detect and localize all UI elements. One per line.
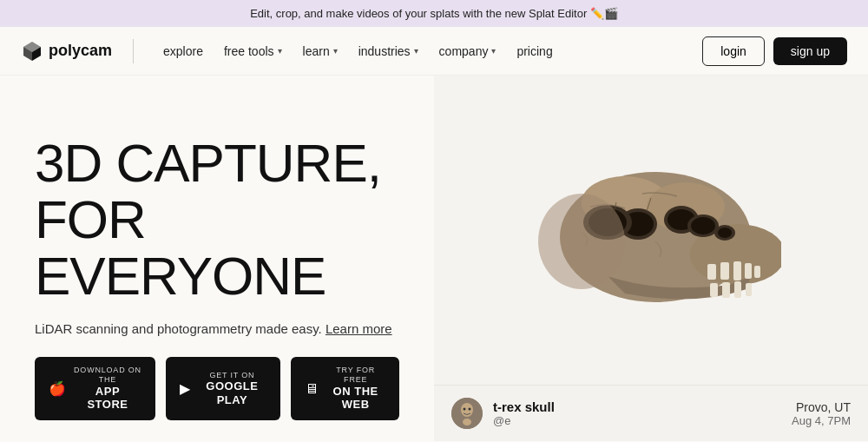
model-info-bar: t-rex skull @e Provo, UT Aug 4, 7PM [434, 385, 868, 441]
svg-point-11 [691, 217, 715, 234]
google-play-button[interactable]: ▶ GET IT ON GOOGLE PLAY [166, 357, 279, 420]
navbar-actions: login sign up [702, 36, 847, 66]
chevron-down-icon: ▾ [278, 46, 282, 56]
svg-point-27 [464, 408, 466, 411]
svg-rect-16 [733, 261, 741, 280]
nav-item-explore[interactable]: explore [155, 39, 212, 63]
announcement-banner: Edit, crop, and make videos of your spla… [0, 0, 868, 27]
svg-point-23 [538, 194, 625, 289]
nav-item-pricing[interactable]: pricing [508, 39, 561, 63]
hero-subtitle: LiDAR scanning and photogrammetry made e… [35, 321, 399, 336]
chevron-down-icon: ▾ [414, 46, 418, 56]
model-location-text: Provo, UT [792, 400, 851, 414]
learn-more-link[interactable]: Learn more [326, 321, 392, 336]
trex-skull-image [503, 155, 799, 363]
svg-point-9 [718, 228, 732, 238]
model-username: @e [493, 414, 555, 427]
svg-rect-14 [707, 264, 716, 280]
svg-rect-18 [754, 266, 760, 278]
cta-buttons: 🍎 DOWNLOAD ON THE APP STORE ▶ GET IT ON … [35, 357, 399, 420]
banner-text: Edit, crop, and make videos of your spla… [250, 7, 618, 20]
model-location-info: Provo, UT Aug 4, 7PM [792, 400, 851, 427]
logo-link[interactable]: polycam [21, 40, 112, 63]
nav-item-industries[interactable]: industries ▾ [350, 39, 427, 63]
avatar-image [451, 398, 483, 429]
svg-rect-22 [746, 283, 752, 296]
app-store-button[interactable]: 🍎 DOWNLOAD ON THE APP STORE [35, 357, 155, 420]
login-button[interactable]: login [702, 36, 765, 66]
nav-item-learn[interactable]: learn ▾ [294, 39, 346, 63]
svg-rect-19 [710, 283, 718, 297]
svg-point-26 [463, 419, 471, 426]
model-details: t-rex skull @e [493, 399, 555, 427]
navbar: polycam explore free tools ▾ learn ▾ ind… [0, 27, 868, 76]
trex-skull-svg [503, 155, 781, 346]
model-date-text: Aug 4, 7PM [792, 414, 851, 427]
play-icon: ▶ [180, 380, 191, 397]
model-name: t-rex skull [493, 399, 555, 414]
signup-button[interactable]: sign up [773, 37, 847, 65]
model-author-avatar [451, 398, 483, 429]
web-icon: 🖥 [305, 381, 319, 397]
svg-rect-15 [720, 262, 729, 280]
hero-title: 3D CAPTURE, FOR EVERYONE [35, 135, 399, 304]
chevron-down-icon: ▾ [491, 46, 496, 56]
logo-text: polycam [49, 42, 112, 60]
nav-item-company[interactable]: company ▾ [431, 39, 505, 63]
hero-right-panel: t-rex skull @e Provo, UT Aug 4, 7PM [434, 76, 868, 441]
nav-item-free-tools[interactable]: free tools ▾ [215, 39, 291, 63]
svg-rect-20 [722, 282, 730, 298]
navbar-divider [133, 39, 134, 63]
svg-rect-17 [745, 263, 752, 279]
apple-icon: 🍎 [49, 380, 67, 397]
hero-left-panel: 3D CAPTURE, FOR EVERYONE LiDAR scanning … [0, 76, 434, 441]
svg-point-28 [469, 408, 471, 411]
svg-rect-21 [734, 281, 741, 298]
try-web-button[interactable]: 🖥 TRY FOR FREE ON THE WEB [291, 357, 399, 420]
main-layout: 3D CAPTURE, FOR EVERYONE LiDAR scanning … [0, 76, 868, 441]
chevron-down-icon: ▾ [333, 46, 338, 56]
polycam-logo-icon [21, 40, 43, 63]
nav-items: explore free tools ▾ learn ▾ industries … [155, 39, 681, 63]
